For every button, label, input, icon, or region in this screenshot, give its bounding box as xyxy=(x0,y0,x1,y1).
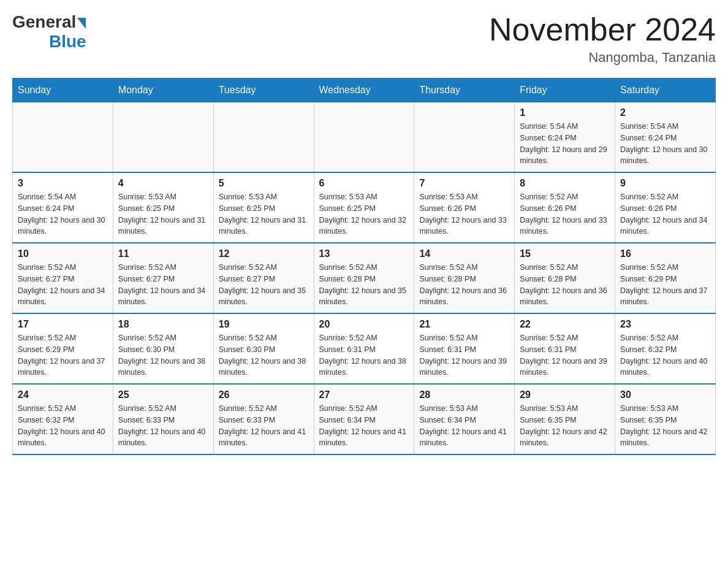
calendar-cell: 30Sunrise: 5:53 AM Sunset: 6:35 PM Dayli… xyxy=(615,384,716,454)
day-info: Sunrise: 5:53 AM Sunset: 6:25 PM Dayligh… xyxy=(118,191,208,237)
calendar-cell xyxy=(414,102,515,173)
col-header-thursday: Thursday xyxy=(414,79,515,102)
day-info: Sunrise: 5:53 AM Sunset: 6:34 PM Dayligh… xyxy=(419,403,509,449)
calendar-cell: 6Sunrise: 5:53 AM Sunset: 6:25 PM Daylig… xyxy=(314,172,414,243)
col-header-sunday: Sunday xyxy=(13,79,113,102)
day-number: 29 xyxy=(520,389,610,400)
col-header-tuesday: Tuesday xyxy=(213,79,314,102)
calendar-cell: 18Sunrise: 5:52 AM Sunset: 6:30 PM Dayli… xyxy=(113,313,213,384)
day-info: Sunrise: 5:52 AM Sunset: 6:27 PM Dayligh… xyxy=(219,262,309,308)
calendar-cell xyxy=(113,102,213,173)
page-header: General Blue November 2024 Nangomba, Tan… xyxy=(12,12,716,66)
calendar-cell: 3Sunrise: 5:54 AM Sunset: 6:24 PM Daylig… xyxy=(13,172,113,243)
day-number: 28 xyxy=(419,389,509,400)
col-header-monday: Monday xyxy=(113,79,213,102)
day-number: 23 xyxy=(620,319,710,330)
day-info: Sunrise: 5:52 AM Sunset: 6:29 PM Dayligh… xyxy=(18,332,108,378)
day-info: Sunrise: 5:53 AM Sunset: 6:26 PM Dayligh… xyxy=(419,191,509,237)
logo-arrow-icon xyxy=(77,18,86,29)
day-info: Sunrise: 5:52 AM Sunset: 6:28 PM Dayligh… xyxy=(319,262,409,308)
calendar-cell: 19Sunrise: 5:52 AM Sunset: 6:30 PM Dayli… xyxy=(213,313,314,384)
day-number: 22 xyxy=(520,319,610,330)
day-number: 14 xyxy=(419,248,509,259)
logo-blue-text: Blue xyxy=(49,32,86,52)
day-number: 30 xyxy=(620,389,710,400)
calendar-cell: 13Sunrise: 5:52 AM Sunset: 6:28 PM Dayli… xyxy=(314,243,414,313)
day-info: Sunrise: 5:52 AM Sunset: 6:32 PM Dayligh… xyxy=(620,332,710,378)
day-number: 25 xyxy=(118,389,208,400)
calendar-week-row: 10Sunrise: 5:52 AM Sunset: 6:27 PM Dayli… xyxy=(13,243,716,313)
calendar-cell: 12Sunrise: 5:52 AM Sunset: 6:27 PM Dayli… xyxy=(213,243,314,313)
calendar-header-row: SundayMondayTuesdayWednesdayThursdayFrid… xyxy=(13,79,716,102)
calendar-cell: 15Sunrise: 5:52 AM Sunset: 6:28 PM Dayli… xyxy=(515,243,615,313)
day-number: 16 xyxy=(620,248,710,259)
day-info: Sunrise: 5:52 AM Sunset: 6:28 PM Dayligh… xyxy=(419,262,509,308)
calendar-cell: 28Sunrise: 5:53 AM Sunset: 6:34 PM Dayli… xyxy=(414,384,515,454)
day-number: 6 xyxy=(319,178,409,189)
day-info: Sunrise: 5:52 AM Sunset: 6:30 PM Dayligh… xyxy=(219,332,309,378)
day-number: 17 xyxy=(18,319,108,330)
calendar-cell: 11Sunrise: 5:52 AM Sunset: 6:27 PM Dayli… xyxy=(113,243,213,313)
day-info: Sunrise: 5:52 AM Sunset: 6:27 PM Dayligh… xyxy=(118,262,208,308)
calendar-cell: 1Sunrise: 5:54 AM Sunset: 6:24 PM Daylig… xyxy=(515,102,615,173)
day-info: Sunrise: 5:52 AM Sunset: 6:31 PM Dayligh… xyxy=(319,332,409,378)
col-header-wednesday: Wednesday xyxy=(314,79,414,102)
day-info: Sunrise: 5:52 AM Sunset: 6:33 PM Dayligh… xyxy=(219,403,309,449)
calendar-cell: 26Sunrise: 5:52 AM Sunset: 6:33 PM Dayli… xyxy=(213,384,314,454)
day-info: Sunrise: 5:53 AM Sunset: 6:25 PM Dayligh… xyxy=(219,191,309,237)
day-number: 18 xyxy=(118,319,208,330)
calendar-cell: 20Sunrise: 5:52 AM Sunset: 6:31 PM Dayli… xyxy=(314,313,414,384)
day-info: Sunrise: 5:52 AM Sunset: 6:29 PM Dayligh… xyxy=(620,262,710,308)
calendar-cell: 9Sunrise: 5:52 AM Sunset: 6:26 PM Daylig… xyxy=(615,172,716,243)
day-number: 26 xyxy=(219,389,309,400)
day-number: 13 xyxy=(319,248,409,259)
title-block: November 2024 Nangomba, Tanzania xyxy=(489,12,716,66)
calendar-cell xyxy=(314,102,414,173)
calendar-week-row: 1Sunrise: 5:54 AM Sunset: 6:24 PM Daylig… xyxy=(13,102,716,173)
day-number: 9 xyxy=(620,178,710,189)
logo: General Blue xyxy=(12,12,86,52)
calendar-cell: 2Sunrise: 5:54 AM Sunset: 6:24 PM Daylig… xyxy=(615,102,716,173)
day-info: Sunrise: 5:52 AM Sunset: 6:26 PM Dayligh… xyxy=(620,191,710,237)
day-number: 4 xyxy=(118,178,208,189)
day-number: 5 xyxy=(219,178,309,189)
day-number: 10 xyxy=(18,248,108,259)
month-title: November 2024 xyxy=(489,12,716,47)
calendar-cell: 7Sunrise: 5:53 AM Sunset: 6:26 PM Daylig… xyxy=(414,172,515,243)
calendar-cell xyxy=(13,102,113,173)
calendar-week-row: 24Sunrise: 5:52 AM Sunset: 6:32 PM Dayli… xyxy=(13,384,716,454)
calendar-cell: 24Sunrise: 5:52 AM Sunset: 6:32 PM Dayli… xyxy=(13,384,113,454)
calendar-cell xyxy=(213,102,314,173)
day-number: 27 xyxy=(319,389,409,400)
calendar-cell: 22Sunrise: 5:52 AM Sunset: 6:31 PM Dayli… xyxy=(515,313,615,384)
calendar-cell: 4Sunrise: 5:53 AM Sunset: 6:25 PM Daylig… xyxy=(113,172,213,243)
calendar-cell: 29Sunrise: 5:53 AM Sunset: 6:35 PM Dayli… xyxy=(515,384,615,454)
calendar-cell: 14Sunrise: 5:52 AM Sunset: 6:28 PM Dayli… xyxy=(414,243,515,313)
day-info: Sunrise: 5:52 AM Sunset: 6:30 PM Dayligh… xyxy=(118,332,208,378)
day-number: 15 xyxy=(520,248,610,259)
calendar-cell: 21Sunrise: 5:52 AM Sunset: 6:31 PM Dayli… xyxy=(414,313,515,384)
day-info: Sunrise: 5:54 AM Sunset: 6:24 PM Dayligh… xyxy=(18,191,108,237)
day-number: 1 xyxy=(520,107,610,118)
day-info: Sunrise: 5:54 AM Sunset: 6:24 PM Dayligh… xyxy=(520,121,610,167)
day-number: 7 xyxy=(419,178,509,189)
calendar-week-row: 3Sunrise: 5:54 AM Sunset: 6:24 PM Daylig… xyxy=(13,172,716,243)
day-number: 12 xyxy=(219,248,309,259)
logo-general-text: General xyxy=(12,12,76,32)
day-number: 19 xyxy=(219,319,309,330)
calendar-cell: 23Sunrise: 5:52 AM Sunset: 6:32 PM Dayli… xyxy=(615,313,716,384)
location: Nangomba, Tanzania xyxy=(489,50,716,66)
day-number: 24 xyxy=(18,389,108,400)
day-info: Sunrise: 5:53 AM Sunset: 6:35 PM Dayligh… xyxy=(620,403,710,449)
day-info: Sunrise: 5:52 AM Sunset: 6:26 PM Dayligh… xyxy=(520,191,610,237)
day-info: Sunrise: 5:53 AM Sunset: 6:25 PM Dayligh… xyxy=(319,191,409,237)
day-number: 20 xyxy=(319,319,409,330)
day-info: Sunrise: 5:52 AM Sunset: 6:31 PM Dayligh… xyxy=(419,332,509,378)
day-number: 3 xyxy=(18,178,108,189)
col-header-friday: Friday xyxy=(515,79,615,102)
day-number: 21 xyxy=(419,319,509,330)
day-info: Sunrise: 5:53 AM Sunset: 6:35 PM Dayligh… xyxy=(520,403,610,449)
calendar-cell: 8Sunrise: 5:52 AM Sunset: 6:26 PM Daylig… xyxy=(515,172,615,243)
calendar-table: SundayMondayTuesdayWednesdayThursdayFrid… xyxy=(12,78,716,455)
calendar-cell: 16Sunrise: 5:52 AM Sunset: 6:29 PM Dayli… xyxy=(615,243,716,313)
